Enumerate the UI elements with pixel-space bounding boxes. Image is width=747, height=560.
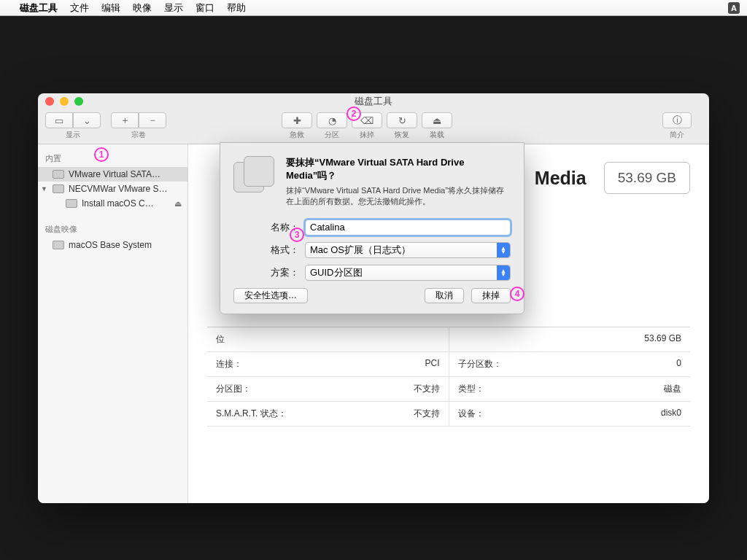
titlebar: 磁盘工具 bbox=[38, 93, 709, 109]
sidebar-internal-header: 内置 bbox=[38, 149, 187, 167]
row-val: 不支持 bbox=[414, 383, 440, 395]
hdd-icon bbox=[53, 170, 64, 179]
row-key: 分区图： bbox=[216, 383, 251, 395]
format-value: Mac OS扩展（日志式） bbox=[310, 244, 411, 257]
window-title: 磁盘工具 bbox=[355, 95, 392, 108]
menu-view[interactable]: 显示 bbox=[164, 1, 183, 15]
partition-label: 分区 bbox=[325, 130, 339, 140]
restore-button[interactable]: ↻ bbox=[387, 112, 417, 128]
sidebar: 内置 VMware Virtual SATA… ▼ NECVMWar VMwar… bbox=[38, 144, 188, 503]
sidebar-item-optical[interactable]: ▼ NECVMWar VMware S… bbox=[38, 182, 187, 196]
restore-label: 恢复 bbox=[395, 130, 409, 140]
info-label: 简介 bbox=[670, 130, 684, 140]
firstaid-button[interactable]: ✚ bbox=[282, 112, 312, 128]
sidebar-images-header: 磁盘映像 bbox=[38, 219, 187, 238]
cancel-button[interactable]: 取消 bbox=[425, 288, 464, 303]
capacity-badge: 53.69 GB bbox=[604, 162, 690, 194]
toolbar-volume-label: 宗卷 bbox=[131, 130, 146, 140]
menu-edit[interactable]: 编辑 bbox=[101, 1, 120, 15]
row-key: S.M.A.R.T. 状态： bbox=[216, 408, 287, 420]
scheme-select[interactable]: GUID分区图 ▲▼ bbox=[305, 265, 511, 281]
volume-icon bbox=[66, 199, 77, 208]
row-key: 连接： bbox=[216, 358, 242, 370]
format-select[interactable]: Mac OS扩展（日志式） ▲▼ bbox=[305, 242, 511, 258]
volume-add-button[interactable]: ＋ bbox=[111, 112, 139, 128]
erase-label: 抹掉 bbox=[360, 130, 374, 140]
erase-sheet-icon bbox=[233, 156, 276, 198]
mount-button[interactable]: ⏏ bbox=[422, 112, 452, 128]
menu-help[interactable]: 帮助 bbox=[227, 1, 246, 15]
sidebar-item-install[interactable]: Install macOS C… ⏏ bbox=[38, 196, 187, 211]
scheme-value: GUID分区图 bbox=[310, 266, 363, 279]
sidebar-item-label: Install macOS C… bbox=[82, 198, 154, 209]
row-val: PCI bbox=[425, 358, 439, 370]
volume-remove-button[interactable]: － bbox=[139, 112, 166, 128]
close-button[interactable] bbox=[45, 97, 54, 106]
chevron-updown-icon: ▲▼ bbox=[497, 243, 510, 257]
row-key: 位 bbox=[216, 333, 225, 346]
minimize-button[interactable] bbox=[60, 97, 69, 106]
menu-window[interactable]: 窗口 bbox=[196, 1, 214, 15]
input-method-icon[interactable]: A bbox=[728, 2, 740, 14]
erase-sheet: 要抹掉“VMware Virtual SATA Hard Drive Media… bbox=[220, 142, 525, 314]
traffic-lights bbox=[45, 97, 83, 106]
format-label: 格式： bbox=[267, 244, 299, 257]
partition-button[interactable]: ◔ bbox=[317, 112, 347, 128]
disk-utility-window: 磁盘工具 ▭ ⌄ 显示 ＋ － 宗卷 ✚急救 ◔分区 ⌫抹掉 ↻恢复 ⏏装载 bbox=[38, 93, 709, 503]
menu-file[interactable]: 文件 bbox=[70, 1, 89, 15]
sheet-heading: 要抹掉“VMware Virtual SATA Hard Drive Media… bbox=[286, 156, 511, 182]
toolbar: ▭ ⌄ 显示 ＋ － 宗卷 ✚急救 ◔分区 ⌫抹掉 ↻恢复 ⏏装载 ⓘ 简介 bbox=[38, 109, 709, 144]
sidebar-item-label: VMware Virtual SATA… bbox=[69, 169, 160, 179]
zoom-button[interactable] bbox=[74, 97, 83, 106]
disclosure-icon[interactable]: ▼ bbox=[41, 185, 47, 192]
sidebar-item-drive-main[interactable]: VMware Virtual SATA… bbox=[38, 167, 187, 182]
erase-button[interactable]: ⌫ bbox=[352, 112, 382, 128]
menu-image[interactable]: 映像 bbox=[133, 1, 152, 15]
row-val: 53.69 GB bbox=[644, 333, 681, 346]
sheet-description: 抹掉“VMware Virtual SATA Hard Drive Media”… bbox=[286, 185, 511, 208]
dmg-icon bbox=[53, 241, 64, 249]
scheme-label: 方案： bbox=[267, 266, 299, 279]
info-button[interactable]: ⓘ bbox=[662, 112, 692, 128]
name-label: 名称： bbox=[267, 221, 299, 234]
security-options-button[interactable]: 安全性选项… bbox=[233, 288, 308, 303]
mount-label: 装载 bbox=[430, 130, 444, 140]
eject-icon[interactable]: ⏏ bbox=[174, 199, 182, 209]
optical-icon bbox=[53, 184, 64, 193]
sidebar-item-label: macOS Base System bbox=[69, 240, 152, 250]
sidebar-toggle-button[interactable]: ▭ bbox=[45, 112, 73, 128]
row-key: 设备： bbox=[458, 408, 484, 420]
row-val: 不支持 bbox=[414, 408, 440, 420]
sidebar-item-base-system[interactable]: macOS Base System bbox=[38, 238, 187, 252]
row-val: 0 bbox=[676, 358, 681, 370]
toolbar-view-label: 显示 bbox=[66, 130, 80, 140]
sidebar-item-label: NECVMWar VMware S… bbox=[69, 184, 168, 194]
chevron-updown-icon: ▲▼ bbox=[497, 265, 510, 280]
info-table: 位 53.69 GB 连接：PCI 子分区数：0 分区图：不支持 类型：磁盘 S… bbox=[207, 327, 690, 427]
row-val: disk0 bbox=[661, 408, 681, 420]
view-menu-button[interactable]: ⌄ bbox=[73, 112, 101, 128]
menubar: 磁盘工具 文件 编辑 映像 显示 窗口 帮助 A bbox=[0, 0, 747, 16]
firstaid-label: 急救 bbox=[290, 130, 304, 140]
row-key: 子分区数： bbox=[458, 358, 502, 370]
row-val: 磁盘 bbox=[664, 383, 681, 395]
app-name[interactable]: 磁盘工具 bbox=[20, 1, 58, 15]
row-key: 类型： bbox=[458, 383, 484, 395]
erase-confirm-button[interactable]: 抹掉 bbox=[471, 288, 511, 303]
name-field[interactable] bbox=[305, 219, 511, 236]
